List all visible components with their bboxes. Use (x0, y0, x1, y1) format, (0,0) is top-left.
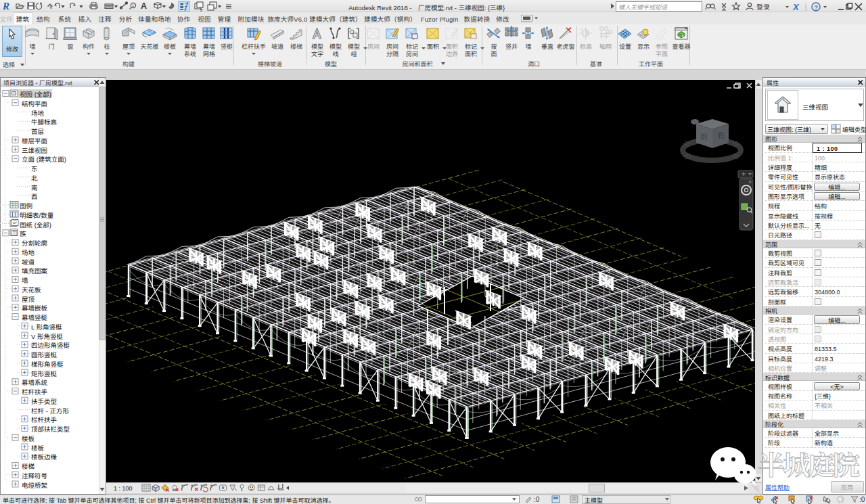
svg-text:右: 右 (717, 129, 725, 140)
svg-text:半城庭院: 半城庭院 (758, 444, 860, 482)
svg-text:X: X (792, 1, 800, 12)
svg-text:前: 前 (700, 131, 708, 141)
svg-text:1: 1 (132, 3, 134, 7)
svg-text:R: R (2, 1, 9, 12)
svg-text::0: :0 (859, 495, 865, 504)
svg-text:-1: -1 (579, 26, 583, 32)
svg-text::0: :0 (534, 495, 540, 503)
svg-text:登录: 登录 (756, 1, 770, 12)
svg-text:A: A (141, 0, 147, 12)
svg-text:?: ? (814, 3, 818, 12)
